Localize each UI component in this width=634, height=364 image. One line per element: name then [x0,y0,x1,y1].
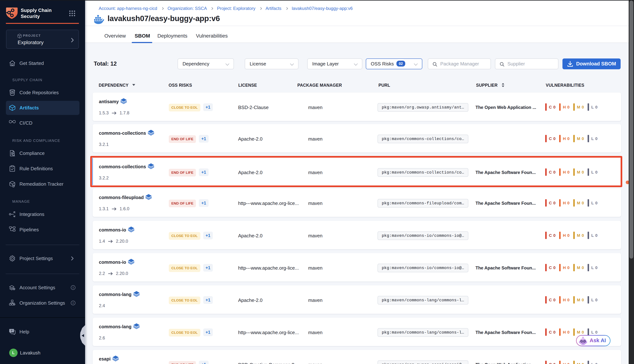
svg-text:?: ? [11,329,12,332]
